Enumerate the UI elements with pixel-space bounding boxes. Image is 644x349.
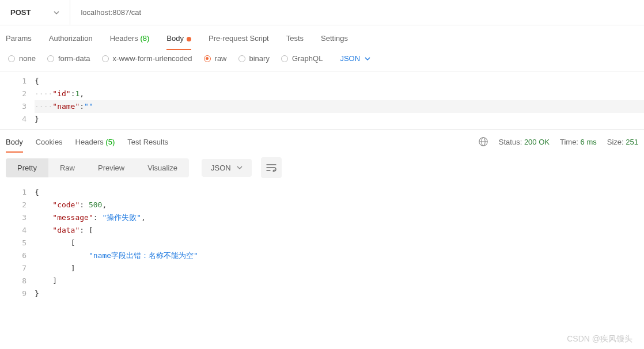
view-tab-pretty[interactable]: Pretty [6, 158, 48, 177]
http-method-value: POST [10, 8, 31, 17]
wrap-icon [266, 164, 276, 172]
radio-icon [238, 55, 245, 62]
raw-format-select[interactable]: JSON [340, 54, 370, 63]
response-body-viewer[interactable]: 1 2 3 4 5 6 7 8 9 { "code": 500, "messag… [0, 183, 644, 304]
resp-tab-headers[interactable]: Headers (5) [75, 138, 115, 146]
unsaved-dot-icon [187, 37, 191, 41]
request-tabs: Params Authorization Headers (8) Body Pr… [0, 25, 644, 50]
radio-icon [204, 55, 211, 62]
chevron-down-icon [365, 56, 370, 62]
resp-tab-cookies[interactable]: Cookies [36, 138, 63, 146]
response-view-row: Pretty Raw Preview Visualize JSON [0, 153, 644, 183]
request-url-value: localhost:8087/cat [81, 8, 141, 17]
tab-body[interactable]: Body [166, 34, 191, 43]
response-tabs: Body Cookies Headers (5) Test Results [6, 138, 478, 146]
chevron-down-icon [237, 165, 243, 170]
radio-graphql[interactable]: GraphQL [281, 54, 323, 63]
code-area: { ····"id":1, ····"name":"" } [35, 71, 644, 129]
tab-params[interactable]: Params [6, 34, 32, 43]
tab-authorization[interactable]: Authorization [49, 34, 93, 43]
time-label: Time: 6 ms [560, 138, 597, 146]
body-type-row: none form-data x-www-form-urlencoded raw… [0, 50, 644, 71]
request-bar: POST localhost:8087/cat [0, 0, 644, 25]
radio-icon [47, 55, 54, 62]
chevron-down-icon [54, 10, 59, 16]
view-tabs: Pretty Raw Preview Visualize [6, 158, 189, 177]
line-gutter: 1 2 3 4 5 6 7 8 9 [0, 183, 35, 304]
radio-icon [8, 55, 15, 62]
tab-tests[interactable]: Tests [286, 34, 304, 43]
radio-none[interactable]: none [8, 54, 36, 63]
radio-icon [102, 55, 109, 62]
tab-headers[interactable]: Headers (8) [110, 34, 150, 43]
size-label: Size: 251 [607, 138, 638, 146]
http-method-select[interactable]: POST [0, 0, 70, 25]
radio-raw[interactable]: raw [204, 54, 227, 63]
request-url-input[interactable]: localhost:8087/cat [70, 0, 644, 25]
response-meta: Status: 200 OK Time: 6 ms Size: 251 [478, 136, 638, 147]
tab-prerequest[interactable]: Pre-request Script [209, 34, 269, 43]
request-body-editor[interactable]: 1 2 3 4 { ····"id":1, ····"name":"" } [0, 71, 644, 129]
radio-binary[interactable]: binary [238, 54, 270, 63]
status-label: Status: 200 OK [499, 138, 550, 146]
resp-tab-body[interactable]: Body [6, 138, 23, 146]
radio-urlencoded[interactable]: x-www-form-urlencoded [102, 54, 192, 63]
code-area: { "code": 500, "message": "操作失败", "data"… [35, 183, 644, 304]
response-tabs-row: Body Cookies Headers (5) Test Results St… [0, 129, 644, 153]
radio-icon [281, 55, 288, 62]
resp-tab-test-results[interactable]: Test Results [127, 138, 168, 146]
view-tab-visualize[interactable]: Visualize [136, 158, 189, 177]
line-gutter: 1 2 3 4 [0, 71, 35, 129]
tab-settings[interactable]: Settings [321, 34, 348, 43]
wrap-lines-button[interactable] [261, 157, 282, 178]
view-tab-raw[interactable]: Raw [48, 158, 86, 177]
response-format-select[interactable]: JSON [202, 159, 252, 177]
globe-icon[interactable] [478, 136, 488, 147]
radio-form-data[interactable]: form-data [47, 54, 90, 63]
view-tab-preview[interactable]: Preview [86, 158, 136, 177]
